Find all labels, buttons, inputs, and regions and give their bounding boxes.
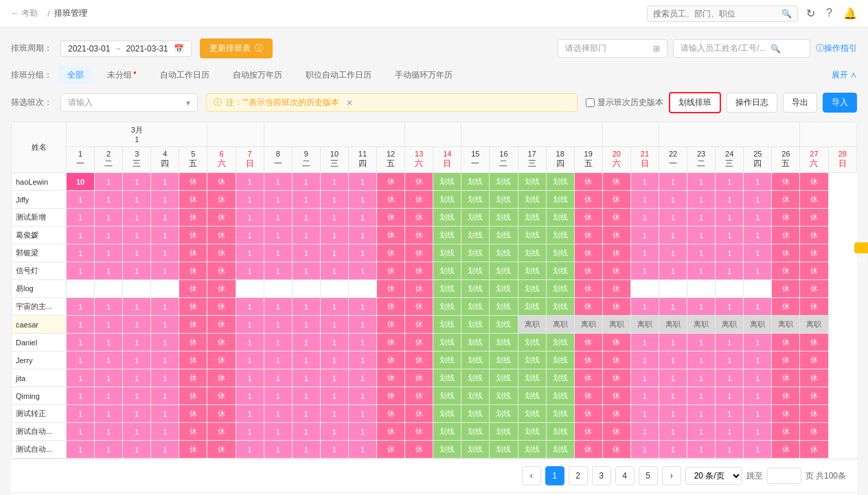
table-cell[interactable]: 休 — [377, 316, 405, 334]
table-cell[interactable]: 1 — [630, 387, 659, 405]
table-cell[interactable]: 划线 — [461, 191, 490, 209]
table-cell[interactable] — [236, 280, 264, 298]
page-4-button[interactable]: 4 — [615, 466, 635, 485]
table-cell[interactable]: 1 — [67, 423, 95, 441]
table-cell[interactable]: 划线 — [546, 209, 574, 227]
table-cell[interactable]: 1 — [236, 334, 264, 352]
table-cell[interactable]: 休 — [602, 280, 630, 298]
table-cell[interactable]: 划线 — [433, 441, 461, 459]
table-cell[interactable]: 划线 — [546, 191, 574, 209]
table-cell[interactable]: 1 — [630, 441, 659, 459]
table-cell[interactable]: 1 — [630, 334, 659, 352]
table-cell[interactable]: 1 — [687, 405, 716, 423]
table-cell[interactable]: 1 — [659, 369, 687, 387]
table-cell[interactable]: 1 — [630, 352, 659, 369]
table-cell[interactable]: 休 — [377, 423, 405, 441]
table-cell[interactable]: 离职 — [772, 316, 800, 334]
table-cell[interactable]: 1 — [630, 369, 659, 387]
page-2-button[interactable]: 2 — [569, 466, 588, 485]
shift-filter-input[interactable]: 请输入 ▾ — [60, 93, 198, 112]
table-cell[interactable]: 1 — [687, 423, 716, 441]
table-cell[interactable]: 休 — [800, 423, 828, 441]
table-cell[interactable]: 1 — [151, 209, 179, 227]
table-cell[interactable]: 划线 — [433, 387, 461, 405]
table-cell[interactable]: 划线 — [490, 191, 518, 209]
table-cell[interactable]: 1 — [151, 173, 179, 191]
table-cell[interactable]: 休 — [207, 191, 236, 209]
tab-all[interactable]: 全部 — [59, 67, 92, 84]
table-cell[interactable]: 1 — [348, 173, 376, 191]
table-cell[interactable]: 1 — [320, 441, 348, 459]
table-cell[interactable]: 休 — [377, 387, 405, 405]
table-cell[interactable]: 休 — [405, 423, 433, 441]
table-cell[interactable]: 休 — [602, 227, 630, 244]
table-cell[interactable]: 划线 — [546, 387, 574, 405]
table-cell[interactable]: 休 — [772, 191, 800, 209]
table-cell[interactable]: 休 — [179, 405, 207, 423]
table-cell[interactable]: 1 — [123, 244, 151, 262]
table-cell[interactable]: 休 — [405, 244, 433, 262]
table-cell[interactable]: 1 — [744, 298, 772, 316]
table-cell[interactable]: 1 — [236, 423, 264, 441]
table-cell[interactable]: 1 — [95, 405, 123, 423]
table-cell[interactable]: 1 — [151, 227, 179, 244]
table-cell[interactable]: 1 — [236, 262, 264, 280]
table-cell[interactable]: 1 — [348, 209, 376, 227]
emp-search[interactable]: 请输入员工姓名/工号/... 🔍 — [673, 39, 810, 58]
table-cell[interactable]: 休 — [405, 334, 433, 352]
table-cell[interactable]: 1 — [264, 369, 292, 387]
table-cell[interactable]: 1 — [151, 369, 179, 387]
table-cell[interactable]: 休 — [377, 298, 405, 316]
table-cell[interactable]: 休 — [800, 209, 828, 227]
back-link[interactable]: ← 考勤 — [11, 8, 38, 19]
table-cell[interactable]: 休 — [772, 227, 800, 244]
table-cell[interactable]: 1 — [320, 262, 348, 280]
table-cell[interactable]: 离职 — [574, 316, 602, 334]
table-cell[interactable]: 1 — [292, 298, 320, 316]
table-cell[interactable]: 休 — [207, 387, 236, 405]
table-cell[interactable]: 休 — [772, 369, 800, 387]
table-cell[interactable]: 休 — [405, 441, 433, 459]
table-cell[interactable]: 休 — [800, 191, 828, 209]
table-cell[interactable]: 休 — [207, 352, 236, 369]
table-cell[interactable]: 离职 — [744, 316, 772, 334]
tab-manual-cycle[interactable]: 手动循环万年历 — [387, 67, 461, 84]
expand-button[interactable]: 展开 ∧ — [832, 69, 857, 81]
table-cell[interactable]: 1 — [67, 441, 95, 459]
table-cell[interactable]: 1 — [67, 334, 95, 352]
table-cell[interactable]: 1 — [151, 352, 179, 369]
table-cell[interactable]: 划线 — [518, 387, 546, 405]
table-cell[interactable]: 1 — [716, 334, 744, 352]
table-cell[interactable]: 休 — [800, 369, 828, 387]
table-cell[interactable]: 1 — [67, 227, 95, 244]
table-cell[interactable]: 1 — [236, 173, 264, 191]
table-cell[interactable]: 1 — [123, 387, 151, 405]
table-cell[interactable]: 休 — [207, 316, 236, 334]
table-cell[interactable]: 休 — [207, 441, 236, 459]
table-cell[interactable]: 划线 — [433, 262, 461, 280]
table-cell[interactable]: 1 — [744, 423, 772, 441]
table-cell[interactable]: 划线 — [546, 334, 574, 352]
table-cell[interactable]: 休 — [574, 387, 602, 405]
table-cell[interactable]: 划线 — [461, 244, 490, 262]
table-cell[interactable]: 1 — [95, 423, 123, 441]
table-cell[interactable]: 1 — [95, 298, 123, 316]
table-cell[interactable]: 1 — [716, 262, 744, 280]
table-cell[interactable]: 1 — [744, 441, 772, 459]
table-cell[interactable]: 1 — [687, 369, 716, 387]
table-cell[interactable]: 1 — [659, 244, 687, 262]
table-cell[interactable]: 1 — [348, 244, 376, 262]
table-cell[interactable]: 划线 — [433, 352, 461, 369]
table-cell[interactable]: 1 — [292, 334, 320, 352]
table-cell[interactable]: 休 — [602, 369, 630, 387]
table-cell[interactable]: 1 — [151, 334, 179, 352]
table-cell[interactable]: 划线 — [518, 209, 546, 227]
table-cell[interactable] — [630, 280, 659, 298]
table-cell[interactable]: 1 — [744, 209, 772, 227]
table-cell[interactable]: 休 — [179, 387, 207, 405]
table-cell[interactable]: 1 — [659, 405, 687, 423]
table-cell[interactable]: 休 — [574, 227, 602, 244]
table-cell[interactable]: 休 — [179, 298, 207, 316]
table-cell[interactable]: 1 — [716, 423, 744, 441]
table-cell[interactable]: 休 — [602, 352, 630, 369]
